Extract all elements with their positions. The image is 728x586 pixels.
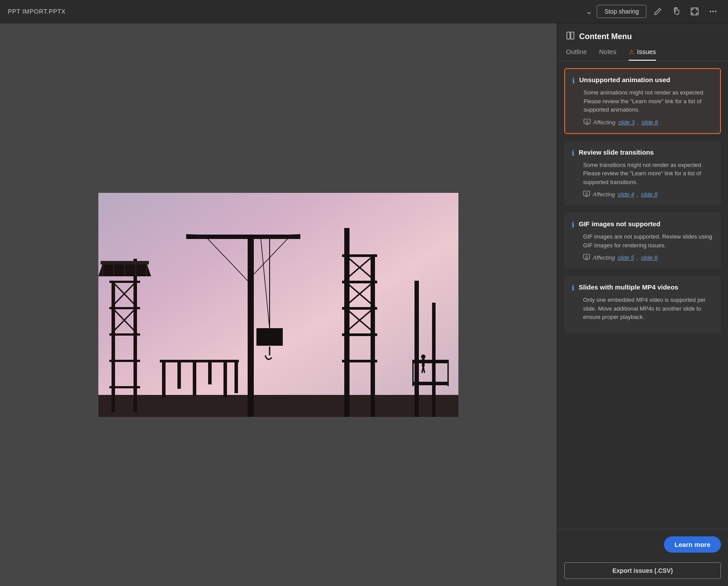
svg-rect-66 (571, 32, 574, 39)
issue-title-4: Slides with multiple MP4 videos (579, 283, 678, 291)
svg-rect-47 (412, 360, 414, 386)
issue-title-2: Review slide transitions (579, 148, 654, 156)
svg-rect-46 (412, 382, 447, 385)
more-options-icon[interactable] (706, 4, 720, 18)
tab-issues-label: Issues (637, 48, 656, 55)
issue-header-2: ℹ Review slide transitions (572, 148, 714, 157)
svg-rect-36 (342, 360, 377, 362)
main-area: Content Menu Outline Notes ⚠ Issues ℹ Un… (0, 23, 728, 586)
info-icon-2: ℹ (572, 149, 574, 157)
info-icon-1: ℹ (572, 76, 575, 85)
issue-affecting-3: Affecting slide 5 , slide 8 (583, 254, 714, 261)
panel-header: Content Menu (557, 23, 728, 42)
panel-title: Content Menu (579, 32, 632, 41)
svg-rect-65 (567, 32, 570, 39)
svg-rect-58 (208, 362, 212, 384)
slide-icon-2 (583, 191, 590, 198)
svg-point-2 (712, 11, 714, 12)
tab-outline-label: Outline (566, 48, 587, 55)
svg-rect-73 (584, 254, 590, 259)
learn-more-button[interactable]: Learn more (664, 536, 721, 553)
issues-list: ℹ Unsupported animation used Some animat… (557, 61, 728, 529)
slide-link-1a[interactable]: slide 3 (618, 119, 635, 126)
svg-rect-24 (248, 237, 254, 417)
affecting-comma-1: , (637, 119, 639, 126)
svg-rect-6 (112, 281, 115, 412)
slide-icon-1 (584, 119, 591, 126)
panel-icon (566, 31, 575, 42)
panel-bottom: Learn more Export issues (.CSV) (557, 529, 728, 586)
affecting-text-3: Affecting (593, 254, 615, 261)
slide-link-2a[interactable]: slide 4 (618, 191, 634, 198)
tab-issues[interactable]: ⚠ Issues (629, 48, 656, 61)
svg-point-3 (715, 11, 717, 12)
fullscreen-icon[interactable] (688, 4, 702, 18)
issue-affecting-2: Affecting slide 4 , slide 8 (583, 191, 714, 198)
issue-card-mp4[interactable]: ℹ Slides with multiple MP4 videos Only o… (564, 276, 721, 333)
slide-icon-3 (583, 254, 590, 261)
svg-rect-56 (177, 362, 181, 389)
slide-link-1b[interactable]: slide 8 (642, 119, 658, 126)
svg-rect-48 (447, 360, 449, 386)
issue-header-3: ℹ GIF images not supported (572, 220, 714, 229)
slide-link-3b[interactable]: slide 8 (641, 254, 658, 261)
hand-icon[interactable] (669, 4, 683, 18)
export-issues-button[interactable]: Export issues (.CSV) (564, 562, 721, 579)
chevron-down-icon[interactable]: ⌄ (586, 7, 592, 16)
svg-rect-43 (414, 281, 419, 417)
slide-area (0, 23, 557, 586)
affecting-comma-3: , (637, 254, 638, 261)
svg-rect-11 (109, 360, 140, 362)
learn-more-row: Learn more (564, 536, 721, 553)
svg-rect-55 (162, 362, 166, 398)
issue-header-1: ℹ Unsupported animation used (572, 76, 713, 85)
svg-rect-67 (584, 119, 590, 123)
edit-icon[interactable] (651, 4, 665, 18)
affecting-comma-2: , (637, 191, 638, 198)
topbar: PPT IMPORT.PPTX ⌄ Stop sharing (0, 0, 728, 23)
svg-rect-5 (98, 395, 458, 417)
tab-notes[interactable]: Notes (599, 48, 616, 61)
svg-point-49 (421, 354, 425, 359)
issue-card-gif[interactable]: ℹ GIF images not supported GIF images ar… (564, 213, 721, 269)
stop-sharing-button[interactable]: Stop sharing (597, 5, 646, 18)
issues-warning-icon: ⚠ (629, 48, 634, 55)
svg-rect-45 (412, 360, 447, 363)
topbar-actions: ⌄ Stop sharing (586, 4, 720, 18)
issue-title-3: GIF images not supported (579, 220, 660, 228)
issue-card-unsupported-animation[interactable]: ℹ Unsupported animation used Some animat… (564, 68, 721, 134)
slide-link-3a[interactable]: slide 5 (618, 254, 634, 261)
issue-desc-1: Some animations might not render as expe… (584, 88, 713, 114)
tab-outline[interactable]: Outline (566, 48, 587, 61)
svg-rect-35 (342, 333, 377, 336)
svg-rect-28 (256, 328, 283, 346)
svg-rect-4 (98, 193, 458, 417)
right-panel: Content Menu Outline Notes ⚠ Issues ℹ Un… (557, 23, 728, 586)
info-icon-4: ℹ (572, 284, 574, 292)
tabs-container: Outline Notes ⚠ Issues (557, 42, 728, 61)
svg-rect-0 (691, 8, 698, 15)
affecting-text-1: Affecting (593, 119, 616, 126)
issue-card-transitions[interactable]: ℹ Review slide transitions Some transiti… (564, 141, 721, 206)
svg-rect-54 (160, 360, 239, 362)
svg-rect-57 (193, 362, 196, 395)
svg-rect-12 (109, 386, 140, 388)
issue-affecting-1: Affecting slide 3 , slide 8 (584, 119, 713, 126)
export-row: Export issues (.CSV) (564, 561, 721, 579)
svg-rect-60 (234, 362, 238, 393)
svg-rect-59 (223, 362, 227, 398)
slide-preview (98, 193, 458, 417)
affecting-text-2: Affecting (593, 191, 615, 198)
issue-title-1: Unsupported animation used (579, 76, 670, 83)
svg-rect-10 (109, 333, 140, 336)
slide-link-2b[interactable]: slide 8 (641, 191, 658, 198)
issue-desc-4: Only one embedded MP4 video is supported… (583, 296, 714, 322)
info-icon-3: ℹ (572, 221, 574, 229)
svg-point-1 (710, 11, 711, 12)
tab-notes-label: Notes (599, 48, 616, 55)
document-title: PPT IMPORT.PPTX (8, 8, 65, 15)
issue-desc-3: GIF images are not supported. Review sli… (583, 232, 714, 250)
issue-header-4: ℹ Slides with multiple MP4 videos (572, 283, 714, 292)
svg-rect-70 (584, 191, 590, 195)
issue-desc-2: Some transitions might not render as exp… (583, 161, 714, 187)
